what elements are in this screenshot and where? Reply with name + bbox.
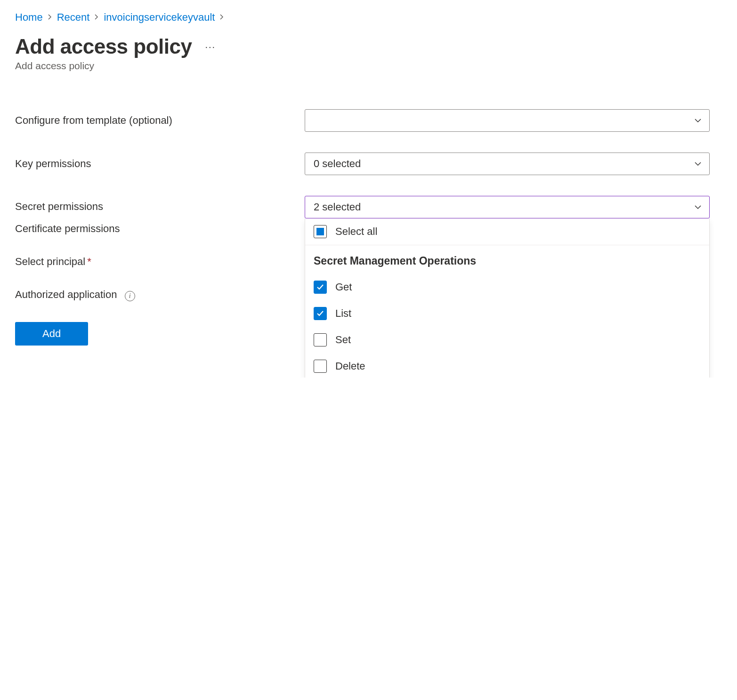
required-indicator: * <box>87 256 91 267</box>
breadcrumb-home[interactable]: Home <box>15 11 43 24</box>
breadcrumb-resource[interactable]: invoicingservicekeyvault <box>104 11 215 24</box>
authorized-application-label: Authorized application i <box>15 289 305 301</box>
template-select[interactable] <box>305 109 710 132</box>
secret-mgmt-checkbox[interactable] <box>314 307 327 320</box>
key-permissions-value: 0 selected <box>314 158 361 170</box>
secret-mgmt-option-label: Set <box>335 334 351 346</box>
chevron-right-icon <box>48 13 52 23</box>
template-label: Configure from template (optional) <box>15 114 305 127</box>
secret-mgmt-option[interactable]: List <box>305 300 709 327</box>
info-icon[interactable]: i <box>125 291 135 301</box>
secret-mgmt-option[interactable]: Set <box>305 327 709 353</box>
key-permissions-label: Key permissions <box>15 158 305 170</box>
secret-permissions-dropdown: Select all Secret Management Operations … <box>305 218 710 378</box>
secret-mgmt-checkbox[interactable] <box>314 281 327 294</box>
key-permissions-select[interactable]: 0 selected <box>305 153 710 175</box>
chevron-down-icon <box>693 116 703 125</box>
secret-mgmt-checkbox[interactable] <box>314 333 327 346</box>
secret-mgmt-option-label: Delete <box>335 360 365 372</box>
page-title: Add access policy <box>15 35 192 58</box>
breadcrumb-recent[interactable]: Recent <box>57 11 90 24</box>
dropdown-section-management: Secret Management Operations <box>305 245 709 274</box>
page-subtitle: Add access policy <box>15 60 722 72</box>
secret-permissions-value: 2 selected <box>314 201 361 213</box>
certificate-permissions-label: Certificate permissions <box>15 223 305 235</box>
select-all-label: Select all <box>335 225 377 238</box>
access-policy-form: Configure from template (optional) Key p… <box>15 109 722 346</box>
secret-mgmt-option[interactable]: Get <box>305 274 709 300</box>
chevron-down-icon <box>693 159 703 169</box>
breadcrumb: Home Recent invoicingservicekeyvault <box>15 11 722 24</box>
secret-permissions-label: Secret permissions <box>15 196 305 213</box>
chevron-down-icon <box>693 202 703 212</box>
secret-permissions-select[interactable]: 2 selected <box>305 196 710 218</box>
select-principal-label: Select principal* <box>15 256 305 268</box>
secret-mgmt-checkbox[interactable] <box>314 360 327 373</box>
select-all-checkbox[interactable] <box>314 225 327 238</box>
secret-mgmt-option-label: List <box>335 307 351 320</box>
secret-mgmt-option-label: Get <box>335 281 352 293</box>
add-button[interactable]: Add <box>15 322 88 346</box>
chevron-right-icon <box>219 13 224 23</box>
more-actions-icon[interactable]: ··· <box>205 41 216 52</box>
secret-mgmt-option[interactable]: Delete <box>305 353 709 378</box>
chevron-right-icon <box>94 13 99 23</box>
select-all-option[interactable]: Select all <box>305 218 709 245</box>
